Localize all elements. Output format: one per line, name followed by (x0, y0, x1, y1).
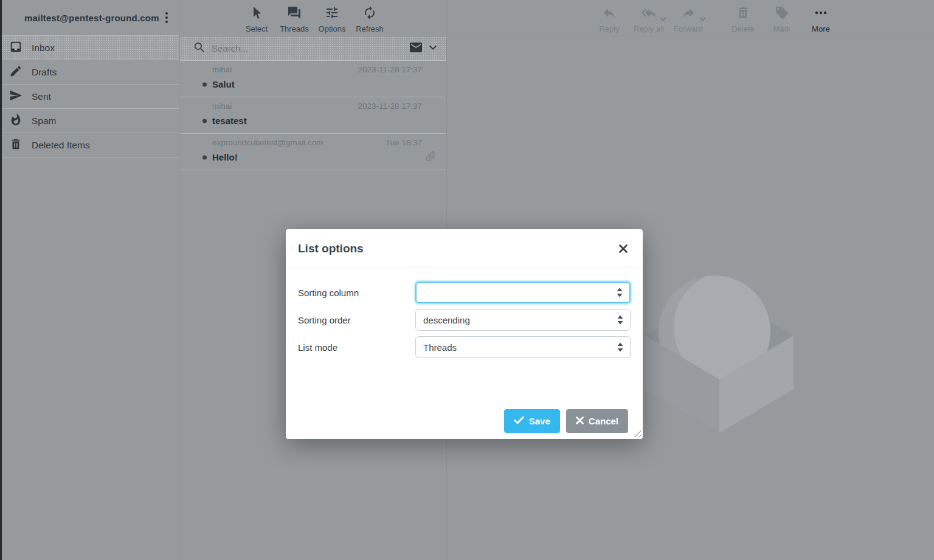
message-sender: exproundcubetest@gmail.com (212, 138, 323, 147)
paperclip-icon (424, 150, 437, 165)
close-icon[interactable] (616, 241, 631, 256)
dialog-resize-handle[interactable] (634, 430, 641, 437)
message-subject: Hello! (212, 152, 422, 162)
message-subject: tesatest (212, 116, 422, 126)
sorting-order-select[interactable]: descending (415, 309, 631, 331)
toolbar-label: Reply (599, 24, 619, 33)
dialog-header: List options (286, 229, 643, 268)
sidebar-item-sent[interactable]: Sent (0, 85, 179, 109)
select-value: Threads (423, 342, 457, 353)
sidebar-item-label: Deleted Items (32, 140, 90, 151)
list-mode-select[interactable]: Threads (415, 336, 631, 358)
mark-button[interactable]: Mark (767, 5, 797, 33)
window-left-edge (0, 0, 2, 560)
paper-plane-icon (9, 89, 22, 105)
flame-icon (9, 113, 22, 129)
select-value: descending (423, 315, 470, 325)
x-icon (576, 416, 584, 426)
tag-icon (775, 5, 789, 22)
pencil-icon (9, 64, 22, 80)
sidebar-item-deleted-items[interactable]: Deleted Items (0, 133, 179, 157)
toolbar-label: Forward (674, 24, 703, 33)
sorting-column-select[interactable] (415, 282, 631, 303)
dialog-footer: Save Cancel (504, 409, 628, 433)
unread-dot-icon (202, 155, 207, 159)
forward-icon (681, 12, 696, 22)
message-row[interactable]: mihai 2023-11-28 17:37 Salut (180, 61, 446, 97)
unread-dot-icon (202, 82, 207, 86)
ellipsis-icon (814, 5, 828, 22)
search-input[interactable]: Search... (212, 43, 409, 54)
save-button-label: Save (529, 416, 550, 426)
select-arrows-icon (617, 343, 623, 352)
message-row[interactable]: exproundcubetest@gmail.com Tue 16:37 Hel… (180, 134, 446, 170)
account-email: mailtest@pentest-ground.com (24, 13, 159, 23)
reply-icon (602, 12, 617, 22)
forward-button[interactable]: Forward (674, 5, 703, 33)
toolbar-label: Threads (280, 24, 309, 33)
sorting-order-row: Sorting order descending (298, 309, 631, 331)
sidebar-item-label: Spam (32, 116, 57, 126)
content-toolbar: Reply Reply all Forward Delete (448, 0, 934, 36)
select-arrows-icon (617, 316, 623, 325)
reply-all-button[interactable]: Reply all (634, 5, 664, 33)
list-options-dialog: List options Sorting column Sorting orde… (286, 229, 643, 439)
account-bar: mailtest@pentest-ground.com (0, 0, 179, 36)
trash-icon (9, 137, 22, 153)
threads-button[interactable]: Threads (280, 5, 309, 33)
refresh-button[interactable]: Refresh (355, 5, 384, 33)
message-date: 2023-11-28 17:37 (358, 65, 422, 74)
sidebar-item-inbox[interactable]: Inbox (0, 36, 179, 60)
select-arrows-icon (617, 288, 623, 297)
toolbar-label: Reply all (634, 24, 664, 33)
cancel-button[interactable]: Cancel (566, 409, 628, 433)
sidebar-item-label: Drafts (32, 67, 57, 78)
chat-bubbles-icon (287, 5, 302, 22)
toolbar-label: Options (319, 24, 346, 33)
check-icon (514, 416, 524, 426)
list-mode-label: List mode (298, 342, 415, 353)
sidebar-item-drafts[interactable]: Drafts (0, 60, 179, 85)
sidebar-item-label: Inbox (32, 43, 55, 54)
search-bar[interactable]: Search... (180, 36, 446, 61)
trash-icon (736, 5, 750, 22)
caret-down-icon[interactable] (660, 13, 666, 24)
sidebar-item-label: Sent (32, 91, 51, 102)
dialog-title: List options (298, 242, 364, 255)
unread-dot-icon (202, 119, 207, 123)
select-button[interactable]: Select (242, 5, 271, 33)
sidebar-item-spam[interactable]: Spam (0, 109, 179, 133)
kebab-menu-icon[interactable] (162, 9, 171, 27)
cancel-button-label: Cancel (589, 416, 618, 426)
delete-button[interactable]: Delete (728, 5, 758, 33)
refresh-icon (362, 5, 377, 22)
message-row[interactable]: mihai 2023-11-28 17:37 tesatest (180, 97, 446, 134)
options-button[interactable]: Options (317, 5, 347, 33)
cursor-icon (249, 5, 264, 22)
toolbar-label: Refresh (356, 24, 384, 33)
reply-button[interactable]: Reply (595, 5, 624, 33)
roundcube-logo-watermark (644, 275, 796, 437)
envelope-icon[interactable] (409, 40, 423, 57)
toolbar-label: More (812, 24, 830, 33)
message-subject: Salut (212, 79, 422, 89)
toolbar-label: Delete (732, 24, 755, 33)
sorting-order-label: Sorting order (298, 315, 415, 325)
list-toolbar: Select Threads Options Refresh (180, 0, 446, 36)
message-date: Tue 16:37 (386, 138, 422, 147)
toolbar-label: Select (246, 24, 268, 33)
chevron-down-icon[interactable] (428, 43, 438, 55)
save-button[interactable]: Save (504, 409, 560, 433)
caret-down-icon[interactable] (699, 13, 706, 24)
search-icon (193, 41, 205, 55)
sidebar: mailtest@pentest-ground.com Inbox Drafts… (0, 0, 179, 560)
message-sender: mihai (212, 65, 232, 74)
sorting-column-label: Sorting column (298, 288, 415, 298)
message-date: 2023-11-28 17:37 (358, 102, 422, 111)
toolbar-label: Mark (773, 24, 790, 33)
sliders-icon (325, 5, 339, 22)
sorting-column-row: Sorting column (298, 282, 631, 303)
inbox-icon (9, 40, 22, 56)
list-mode-row: List mode Threads (298, 336, 631, 358)
more-button[interactable]: More (806, 5, 835, 33)
